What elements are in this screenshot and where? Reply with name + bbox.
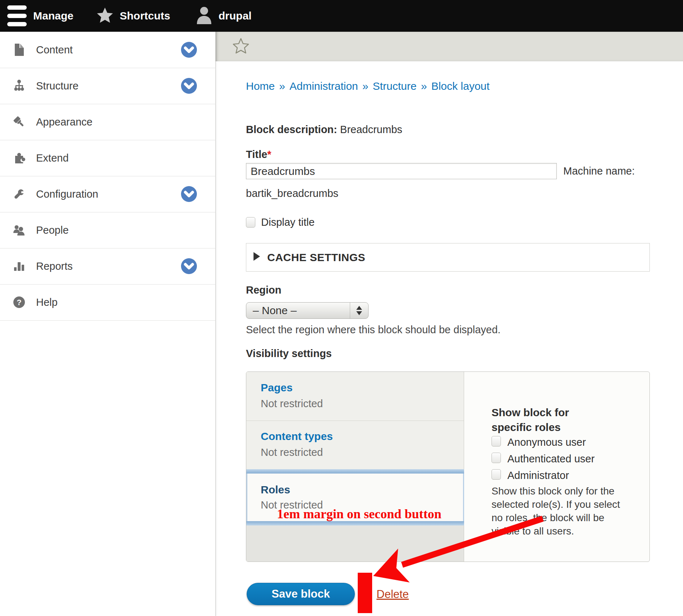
active-tab-border — [246, 469, 464, 474]
cache-settings-label: CACHE SETTINGS — [267, 251, 365, 264]
breadcrumb-link-structure[interactable]: Structure — [373, 80, 417, 92]
region-field-label: Region — [246, 284, 281, 296]
annotation-text: 1em margin on second button — [277, 506, 441, 522]
svg-text:?: ? — [17, 298, 21, 307]
toolbar-tab-user[interactable]: drupal — [196, 0, 252, 32]
machine-name-value: bartik_breadcrumbs — [246, 188, 338, 199]
sidebar-item-help[interactable]: ? Help — [0, 284, 215, 321]
block-description-label: Block description: — [246, 124, 337, 135]
sitemap-icon — [12, 79, 26, 93]
favorite-star-icon[interactable] — [233, 38, 249, 56]
delete-link[interactable]: Delete — [376, 588, 409, 601]
user-icon — [196, 6, 212, 26]
toolbar-tab-shortcuts[interactable]: Shortcuts — [97, 0, 170, 32]
tab-title: Content types — [261, 430, 333, 443]
select-arrows-icon — [350, 303, 368, 318]
role-option-label: Anonymous user — [507, 436, 586, 448]
region-select[interactable]: – None – — [246, 302, 369, 319]
tab-summary: Not restricted — [261, 398, 323, 410]
sidebar-item-reports[interactable]: Reports — [0, 248, 215, 285]
breadcrumb-link-administration[interactable]: Administration — [290, 80, 358, 92]
tab-title: Pages — [261, 382, 292, 394]
breadcrumb-link-block-layout[interactable]: Block layout — [431, 80, 490, 92]
tab-title: Roles — [261, 484, 290, 496]
administrator-checkbox[interactable] — [492, 469, 501, 480]
barchart-icon — [12, 259, 26, 273]
tab-column-filler — [246, 525, 464, 562]
sidebar-item-label: Structure — [36, 68, 79, 104]
document-icon — [12, 43, 26, 57]
annotation-rectangle — [358, 573, 372, 613]
sidebar-item-extend[interactable]: Extend — [0, 140, 215, 176]
sidebar-item-label: Extend — [36, 140, 69, 176]
roles-panel-description: Show this block only for the selected ro… — [492, 484, 632, 538]
sidebar-item-label: Configuration — [36, 176, 98, 212]
role-option-label: Administrator — [507, 470, 569, 481]
star-icon — [97, 7, 113, 25]
breadcrumb-separator: » — [362, 80, 369, 92]
sidebar-item-appearance[interactable]: Appearance — [0, 104, 215, 140]
roles-panel-heading: Show block for specific roles — [492, 405, 592, 435]
block-description-value: Breadcrumbs — [340, 124, 402, 135]
shortcuts-label: Shortcuts — [120, 10, 170, 22]
breadcrumb: Home»Administration»Structure»Block layo… — [246, 80, 490, 92]
toolbar-tab-manage[interactable]: Manage — [0, 0, 87, 32]
anonymous-user-checkbox[interactable] — [492, 436, 501, 446]
page-actions-band — [216, 32, 683, 61]
display-title-checkbox[interactable] — [246, 217, 255, 228]
machine-name-label: Machine name: — [563, 163, 635, 179]
save-block-button[interactable]: Save block — [247, 583, 355, 605]
wrench-icon — [12, 187, 26, 201]
active-tab-border — [246, 521, 464, 525]
role-option-row: Authenticated user — [492, 453, 501, 463]
title-field-label: Title* — [246, 149, 271, 160]
puzzle-icon — [12, 151, 26, 165]
visibility-settings-panel: Pages Not restricted Content types Not r… — [246, 371, 650, 562]
user-name-label: drupal — [219, 10, 252, 22]
hamburger-icon — [7, 5, 27, 26]
role-option-row: Administrator — [492, 469, 501, 480]
sidebar-item-people[interactable]: People — [0, 212, 215, 248]
paintbrush-icon — [12, 115, 26, 129]
sidebar-item-label: Content — [36, 32, 73, 68]
tab-pages[interactable]: Pages Not restricted — [246, 372, 464, 421]
region-help-text: Select the region where this block shoul… — [246, 324, 501, 336]
authenticated-user-checkbox[interactable] — [492, 453, 501, 463]
chevron-down-icon[interactable] — [181, 42, 197, 58]
sidebar-item-label: People — [36, 212, 69, 248]
people-icon — [12, 223, 26, 237]
chevron-down-icon[interactable] — [181, 186, 197, 202]
collapsed-arrow-icon — [254, 252, 260, 261]
title-input[interactable] — [246, 163, 557, 179]
sidebar-item-label: Help — [36, 284, 58, 320]
admin-toolbar: Manage Shortcuts drupal — [0, 0, 683, 32]
display-title-label: Display title — [261, 216, 314, 228]
tab-summary: Not restricted — [261, 446, 323, 458]
visibility-settings-heading: Visibility settings — [246, 348, 332, 360]
role-option-row: Anonymous user — [492, 436, 501, 446]
region-select-value: – None – — [253, 303, 297, 318]
breadcrumb-separator: » — [421, 80, 427, 92]
sidebar-item-structure[interactable]: Structure — [0, 68, 215, 104]
admin-sidebar: Content Structure Appearance Exten — [0, 32, 216, 616]
breadcrumb-separator: » — [279, 80, 285, 92]
role-option-label: Authenticated user — [507, 453, 595, 465]
sidebar-item-content[interactable]: Content — [0, 32, 215, 68]
help-icon: ? — [12, 295, 26, 309]
visibility-tab-column: Pages Not restricted Content types Not r… — [246, 372, 464, 562]
chevron-down-icon[interactable] — [181, 78, 197, 94]
sidebar-item-label: Reports — [36, 248, 73, 284]
sidebar-item-label: Appearance — [36, 104, 92, 140]
cache-settings-collapsible[interactable]: CACHE SETTINGS — [246, 243, 650, 272]
block-description: Block description: Breadcrumbs — [246, 124, 402, 136]
sidebar-item-configuration[interactable]: Configuration — [0, 176, 215, 212]
block-configure-page: Manage Shortcuts drupal Content — [0, 0, 683, 616]
chevron-down-icon[interactable] — [181, 258, 197, 274]
manage-label: Manage — [33, 0, 74, 32]
breadcrumb-link-home[interactable]: Home — [246, 80, 275, 92]
required-marker: * — [267, 149, 271, 160]
tab-content-types[interactable]: Content types Not restricted — [246, 421, 464, 469]
